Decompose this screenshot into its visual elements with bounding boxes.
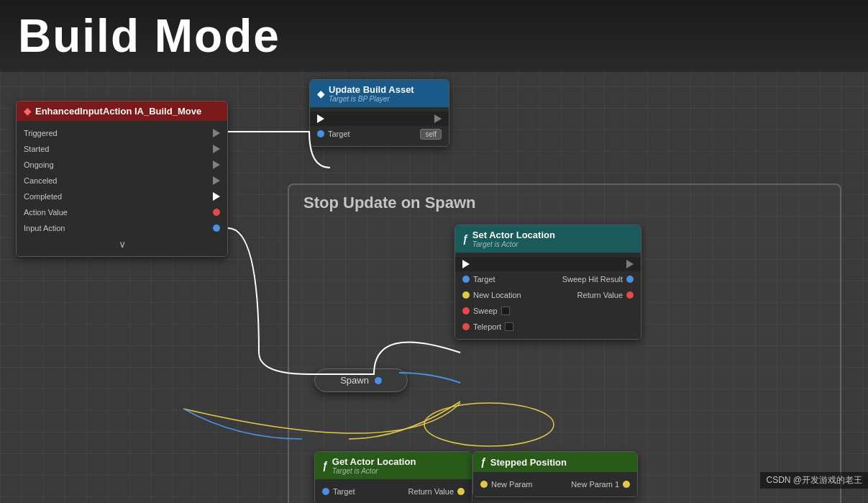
set-actor-exec-in[interactable] [462, 260, 470, 268]
new-location-pin[interactable] [462, 291, 470, 299]
input-action-row: Input Action [17, 220, 227, 236]
return-value-pin[interactable] [626, 291, 634, 299]
input-action-pin[interactable] [213, 225, 220, 232]
update-build-body: Target self [310, 107, 449, 146]
started-pin[interactable] [213, 145, 220, 153]
title-bar: Build Mode [0, 0, 868, 72]
update-build-icon: ◆ [317, 89, 324, 99]
set-actor-exec-row [455, 257, 641, 271]
teleport-row: Teleport [455, 319, 641, 335]
stepped-icon: ƒ [480, 456, 486, 468]
self-badge: self [420, 129, 442, 140]
node-header-stepped: ƒ Stepped Position [473, 452, 637, 472]
stepped-body: New Param New Param 1 [473, 472, 637, 497]
canceled-pin[interactable] [213, 176, 220, 185]
set-actor-target-row: Target Sweep Hit Result [455, 271, 641, 287]
new-location-row: New Location Return Value [455, 287, 641, 303]
blueprint-canvas[interactable]: ◆ EnhancedInputAction IA_Build_Move Trig… [0, 72, 868, 489]
stepped-position-node[interactable]: ƒ Stepped Position New Param New Param 1 [472, 451, 638, 497]
set-actor-icon: ƒ [462, 233, 468, 245]
triggered-pin[interactable] [213, 129, 220, 137]
enhanced-input-action-node[interactable]: ◆ EnhancedInputAction IA_Build_Move Trig… [16, 101, 228, 257]
triggered-row: Triggered [17, 125, 227, 141]
update-build-exec-in[interactable] [317, 114, 324, 123]
get-actor-icon: ƒ [322, 460, 328, 471]
input-action-icon: ◆ [24, 106, 31, 117]
group-label: Stop Update on Spawn [303, 194, 476, 212]
input-action-body: Triggered Started Ongoing Canceled Compl… [17, 121, 227, 256]
target-pin[interactable] [317, 130, 324, 137]
sweep-pin[interactable] [462, 307, 470, 314]
node-header-input-action: ◆ EnhancedInputAction IA_Build_Move [17, 101, 227, 121]
get-actor-return-pin[interactable] [457, 488, 465, 495]
update-build-asset-node[interactable]: ◆ Update Build Asset Target is BP Player… [309, 79, 449, 147]
set-actor-target-pin[interactable] [462, 276, 470, 283]
completed-pin[interactable] [213, 192, 220, 201]
stepped-params-row: New Param New Param 1 [473, 476, 637, 492]
update-build-exec-out[interactable] [434, 114, 442, 123]
started-row: Started [17, 141, 227, 157]
teleport-pin[interactable] [462, 323, 470, 330]
ongoing-pin[interactable] [213, 160, 220, 169]
completed-row: Completed [17, 189, 227, 204]
set-actor-location-node[interactable]: ƒ Set Actor Location Target is Actor Tar… [454, 225, 641, 340]
expand-chevron[interactable]: ∨ [17, 236, 227, 252]
update-build-exec-row [310, 112, 449, 126]
get-actor-location-node[interactable]: ƒ Get Actor Location Target is Actor Tar… [314, 451, 472, 503]
sweep-row: Sweep [455, 303, 641, 319]
node-header-set-actor: ƒ Set Actor Location Target is Actor [455, 225, 641, 253]
page-title: Build Mode [18, 9, 280, 63]
sweep-checkbox[interactable] [501, 307, 510, 315]
watermark: CSDN @开发游戏的老王 [760, 472, 868, 489]
spawn-label: Spawn [340, 375, 369, 386]
node-header-get-actor: ƒ Get Actor Location Target is Actor [315, 452, 472, 479]
get-actor-body: Target Return Value [315, 479, 472, 503]
new-param-1-pin[interactable] [623, 481, 630, 488]
new-param-pin[interactable] [480, 481, 488, 488]
action-value-row: Action Value [17, 204, 227, 220]
action-value-pin[interactable] [213, 209, 220, 216]
teleport-checkbox[interactable] [505, 322, 513, 331]
update-build-target-row: Target self [310, 126, 449, 142]
sweep-hit-result-pin[interactable] [626, 276, 634, 283]
get-actor-target-row: Target Return Value [315, 484, 472, 499]
spawn-node[interactable]: Spawn [314, 368, 408, 392]
get-actor-target-pin[interactable] [322, 488, 329, 495]
ongoing-row: Ongoing [17, 157, 227, 173]
spawn-pin[interactable] [375, 377, 382, 384]
set-actor-body: Target Sweep Hit Result New Location Ret… [455, 253, 641, 339]
group-stop-update: Stop Update on Spawn ƒ Set Actor Locatio… [288, 183, 841, 503]
set-actor-exec-out[interactable] [626, 260, 634, 268]
node-header-update-build: ◆ Update Build Asset Target is BP Player [310, 80, 449, 107]
canceled-row: Canceled [17, 173, 227, 189]
